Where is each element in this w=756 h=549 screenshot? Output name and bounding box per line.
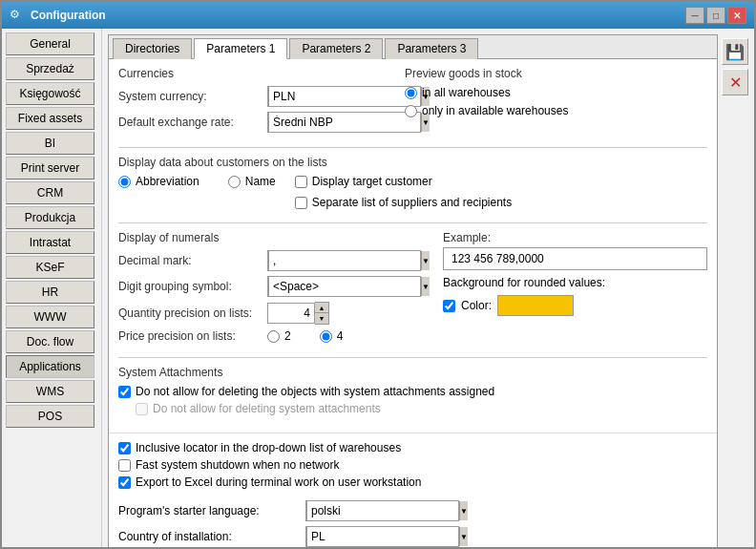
export-excel-checkbox[interactable]: [118, 476, 131, 489]
tabs-bar: Directories Parameters 1 Parameters 2 Pa…: [109, 35, 717, 59]
tab-parameters1[interactable]: Parameters 1: [194, 38, 287, 59]
fast-shutdown-checkbox[interactable]: [118, 459, 131, 472]
country-dropdown-arrow[interactable]: ▼: [459, 527, 468, 546]
no-delete-attachments-checkbox[interactable]: [136, 403, 148, 415]
no-delete-objects-checkbox[interactable]: [118, 386, 131, 398]
sidebar-item-ksiegowosc[interactable]: Księgowość: [6, 82, 94, 105]
sidebar-item-hr[interactable]: HR: [6, 281, 94, 304]
bg-rounded-section: Background for rounded values:: [443, 276, 707, 289]
sidebar-item-fixed-assets[interactable]: Fixed assets: [6, 107, 94, 130]
qty-precision-up[interactable]: ▲: [315, 303, 328, 313]
qty-precision-spinbox[interactable]: ▲ ▼: [267, 302, 329, 325]
fast-shutdown-item[interactable]: Fast system shutdown when no network: [118, 458, 707, 472]
no-delete-attachments-item[interactable]: Do not allow for deleting system attachm…: [118, 402, 707, 415]
customer-abbreviation[interactable]: Abbreviation: [118, 175, 200, 188]
abbreviation-radio[interactable]: [118, 176, 131, 188]
currencies-title: Currencies: [118, 67, 386, 80]
default-exchange-combo[interactable]: ▼: [267, 112, 372, 133]
sidebar-item-produkcja[interactable]: Produkcja: [6, 206, 94, 229]
customer-display-section: Display data about customers on the list…: [118, 156, 707, 213]
customer-display-title: Display data about customers on the list…: [118, 156, 707, 169]
sidebar-item-crm[interactable]: CRM: [6, 181, 94, 204]
example-label: Example:: [443, 231, 707, 244]
cancel-button[interactable]: ✕: [722, 69, 748, 95]
customer-name[interactable]: Name: [228, 175, 276, 188]
title-buttons: ─ □ ✕: [685, 7, 746, 24]
numerals-left: Display of numerals Decimal mark: ▼: [118, 231, 424, 348]
separate-list-item[interactable]: Separate list of suppliers and recipient…: [295, 196, 512, 209]
minimize-button[interactable]: ─: [685, 7, 704, 24]
system-currency-combo[interactable]: ▼: [267, 86, 353, 107]
digit-group-dropdown-arrow[interactable]: ▼: [421, 277, 430, 296]
country-input[interactable]: [306, 526, 459, 547]
sidebar-item-bi[interactable]: BI: [6, 132, 94, 155]
color-checkbox[interactable]: [443, 300, 455, 312]
sidebar-item-print-server[interactable]: Print server: [6, 157, 94, 179]
inclusive-locator-item[interactable]: Inclusive locator in the drop-down list …: [118, 441, 707, 454]
program-language-input[interactable]: [306, 500, 459, 521]
color-picker[interactable]: [497, 295, 574, 316]
program-language-row: Program's starter language: ▼: [118, 500, 707, 521]
color-row: Color:: [443, 295, 707, 316]
tab-parameters3[interactable]: Parameters 3: [385, 38, 478, 59]
default-exchange-input[interactable]: [268, 112, 421, 133]
tab-directories[interactable]: Directories: [113, 38, 192, 59]
price-precision-4-radio[interactable]: [320, 330, 332, 343]
title-bar-left: ⚙ Configuration: [10, 8, 106, 23]
preview-all-radio[interactable]: [405, 87, 417, 99]
no-delete-objects-item[interactable]: Do not allow for deleting the objects wi…: [118, 385, 707, 398]
program-language-combo[interactable]: ▼: [305, 500, 430, 521]
sidebar-item-intrastat[interactable]: Intrastat: [6, 231, 94, 254]
sidebar: General Sprzedaż Księgowość Fixed assets…: [2, 29, 102, 547]
example-box: 123 456 789,0000: [443, 247, 707, 270]
sidebar-item-applications[interactable]: Applications: [6, 355, 94, 378]
qty-precision-input[interactable]: [267, 303, 315, 324]
country-label: Country of installation:: [118, 530, 300, 543]
save-icon: 💾: [725, 43, 745, 61]
sidebar-item-sprzedaz[interactable]: Sprzedaż: [6, 57, 94, 80]
decimal-mark-label: Decimal mark:: [118, 254, 262, 267]
customer-display-radio-group: Abbreviation Name: [118, 175, 276, 188]
sidebar-item-www[interactable]: WWW: [6, 306, 94, 328]
price-precision-4[interactable]: 4: [320, 329, 344, 343]
default-exchange-row: Default exchange rate: ▼: [118, 112, 386, 133]
preview-goods-title: Preview goods in stock: [405, 67, 707, 80]
numerals-right: Example: 123 456 789,0000 Background for…: [443, 231, 707, 348]
display-target-customer-checkbox[interactable]: [295, 176, 307, 188]
qty-precision-down[interactable]: ▼: [315, 313, 328, 324]
tab-parameters2[interactable]: Parameters 2: [289, 38, 383, 59]
digit-group-input[interactable]: [268, 276, 421, 297]
sidebar-item-pos[interactable]: POS: [6, 405, 94, 428]
digit-group-combo[interactable]: ▼: [267, 276, 391, 297]
close-button[interactable]: ✕: [727, 7, 746, 24]
program-language-dropdown-arrow[interactable]: ▼: [459, 501, 468, 520]
price-precision-label: Price precision on lists:: [118, 329, 262, 343]
sidebar-item-doc-flow[interactable]: Doc. flow: [6, 330, 94, 353]
display-target-customer-item[interactable]: Display target customer: [295, 175, 512, 188]
sidebar-item-general[interactable]: General: [6, 32, 94, 55]
price-precision-2-radio[interactable]: [267, 330, 280, 343]
system-currency-input[interactable]: [268, 86, 421, 107]
sidebar-item-wms[interactable]: WMS: [6, 380, 94, 403]
country-combo[interactable]: ▼: [305, 526, 363, 547]
save-button[interactable]: 💾: [722, 38, 748, 65]
decimal-mark-dropdown-arrow[interactable]: ▼: [421, 251, 430, 270]
color-label: Color:: [461, 299, 492, 312]
separate-list-checkbox[interactable]: [295, 197, 307, 209]
inclusive-locator-checkbox[interactable]: [118, 442, 131, 454]
cancel-icon: ✕: [729, 74, 742, 92]
default-exchange-label: Default exchange rate:: [118, 116, 262, 129]
decimal-mark-combo[interactable]: ▼: [267, 250, 391, 271]
decimal-mark-input[interactable]: [268, 250, 421, 271]
price-precision-2[interactable]: 2: [267, 329, 291, 343]
preview-available-warehouses[interactable]: only in available warehouses: [405, 104, 707, 117]
sidebar-item-ksef[interactable]: KSeF: [6, 256, 94, 279]
preview-all-warehouses[interactable]: in all warehouses: [405, 86, 707, 99]
export-excel-item[interactable]: Export to Excel during terminal work on …: [118, 475, 707, 489]
price-precision-radio-group: 2 4: [267, 329, 343, 343]
name-radio[interactable]: [228, 176, 241, 188]
system-currency-label: System currency:: [118, 90, 262, 103]
maximize-button[interactable]: □: [706, 7, 725, 24]
preview-available-radio[interactable]: [405, 105, 417, 117]
example-value: 123 456 789,0000: [452, 252, 544, 265]
